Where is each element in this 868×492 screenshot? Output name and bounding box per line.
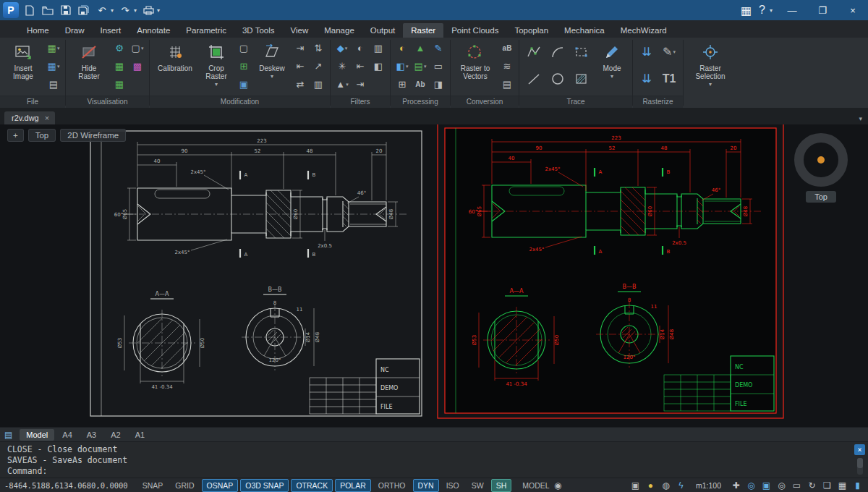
document-tab-close-icon[interactable]: × <box>45 114 49 122</box>
crop-add-icon[interactable]: ⊞ <box>235 58 252 75</box>
view-cube-ring[interactable] <box>794 133 848 187</box>
close-button[interactable]: × <box>838 0 868 20</box>
document-tab-r2v[interactable]: r2v.dwg × <box>4 111 55 124</box>
visual-style-button[interactable]: 2D Wireframe <box>60 129 126 142</box>
layout-tab-a4[interactable]: A4 <box>56 429 78 441</box>
redo-dropdown[interactable]: ▾ <box>134 7 137 14</box>
vector-cleanup-icon[interactable]: ≋ <box>498 58 516 75</box>
eraser-icon[interactable]: ▭ <box>430 58 447 75</box>
tab-view[interactable]: View <box>283 23 317 38</box>
select-area-icon[interactable]: ▢ <box>235 40 252 56</box>
view-cube[interactable]: Top <box>793 133 849 203</box>
toggle-grid[interactable]: GRID <box>170 479 199 492</box>
full-screen-icon[interactable]: ▭ <box>791 480 803 491</box>
tab-mechanica[interactable]: Mechanica <box>556 23 613 38</box>
raster-preview-icon[interactable]: ▦ <box>111 76 128 93</box>
undo-button[interactable]: ↶ <box>95 4 109 17</box>
tab-3d-tools[interactable]: 3D Tools <box>234 23 283 38</box>
binarization-icon[interactable]: ◨ <box>430 76 447 93</box>
help-button[interactable]: ? <box>759 4 765 17</box>
undo-dropdown[interactable]: ▾ <box>111 7 114 14</box>
trace-line-button[interactable] <box>522 67 545 91</box>
crop-raster-button[interactable]: Crop Raster ▾ <box>199 40 234 95</box>
trace-mode-button[interactable]: Mode ▾ <box>595 40 629 95</box>
model-viewport[interactable]: 223 90 52 48 20 40 2x45° 46° 2x0.5 2x45° <box>0 124 868 427</box>
command-prompt[interactable]: Command: <box>7 466 849 477</box>
zoom-previous-icon[interactable]: ◎ <box>775 480 788 491</box>
command-scrollbar-thumb[interactable] <box>857 458 863 468</box>
tab-home[interactable]: Home <box>19 23 57 38</box>
tab-insert[interactable]: Insert <box>93 23 129 38</box>
qat-dropdown[interactable]: ▾ <box>157 7 160 14</box>
tab-topoplan[interactable]: Topoplan <box>506 23 556 38</box>
zoom-realtime-icon[interactable]: ◎ <box>745 480 757 491</box>
insert-image-button[interactable]: Insert Image <box>3 40 43 95</box>
grid-correction-icon[interactable]: ⊞ <box>393 76 411 93</box>
raster-palette-icon[interactable]: ▩ <box>129 58 146 75</box>
new-file-button[interactable] <box>23 4 36 17</box>
graphics-performance-icon[interactable]: ϟ <box>675 480 687 491</box>
layout-tab-a1[interactable]: A1 <box>129 429 151 441</box>
tab-annotate[interactable]: Annotate <box>129 23 178 38</box>
annotation-scale[interactable]: m1:100 <box>696 481 721 490</box>
histogram-icon[interactable]: ▥ <box>370 40 387 56</box>
tab-output[interactable]: Output <box>362 23 404 38</box>
toggle-dyn[interactable]: DYN <box>413 479 439 492</box>
help-dropdown[interactable]: ▾ <box>770 7 773 14</box>
text-recognition-icon[interactable]: aB <box>498 40 516 56</box>
tab-mechwizard[interactable]: MechWizard <box>613 23 675 38</box>
panels-button[interactable]: ▦ <box>741 4 752 17</box>
lock-ui-icon[interactable]: ◍ <box>660 480 672 491</box>
image-adjust-icon[interactable]: ▦ ▾ <box>45 40 62 56</box>
drawing-canvas[interactable]: 223 90 52 48 20 40 2x45° 46° 2x0.5 2x45° <box>0 124 868 427</box>
tab-point-clouds[interactable]: Point Clouds <box>443 23 506 38</box>
trace-contour-button[interactable] <box>570 40 593 64</box>
view-name-button[interactable]: Top <box>28 129 56 142</box>
contrast-icon[interactable]: ◐ <box>393 40 411 56</box>
trace-hatch-button[interactable] <box>570 67 593 91</box>
print-button[interactable] <box>142 4 155 17</box>
merge-rasters-icon[interactable]: ⇥ <box>292 40 309 56</box>
selection-cycling-icon[interactable]: ▣ <box>629 480 642 491</box>
document-list-dropdown[interactable]: ▾ <box>859 115 862 122</box>
trace-polyline-button[interactable] <box>522 40 545 64</box>
trace-circle-button[interactable] <box>546 67 569 91</box>
text-to-raster-icon[interactable]: T1 <box>658 67 680 91</box>
trace-arc-button[interactable] <box>546 40 569 64</box>
thin-lines-icon[interactable]: ⇤ <box>352 58 369 75</box>
view-cube-label[interactable]: Top <box>806 191 836 203</box>
redo-button[interactable]: ↷ <box>119 4 132 17</box>
scale-raster-icon[interactable]: ↗ <box>310 58 327 75</box>
zoom-window-icon[interactable]: ▣ <box>760 480 773 491</box>
command-scrollbar[interactable] <box>857 458 863 475</box>
show-raster-icon[interactable]: ▦ <box>111 58 128 75</box>
mirror-vertical-icon[interactable]: ⇅ <box>310 40 327 56</box>
columns-icon[interactable]: ▥ <box>310 76 327 93</box>
save-button[interactable] <box>59 4 72 17</box>
rasterize-selection-icon[interactable]: ⇊ <box>636 67 658 91</box>
threshold-icon[interactable]: ◧ <box>370 58 387 75</box>
raster-to-vectors-button[interactable]: Raster to Vectors <box>454 40 497 95</box>
color-range-icon[interactable]: ◧ ▾ <box>393 58 411 75</box>
toggle-ortho[interactable]: ORTHO <box>373 479 411 492</box>
raster-frame-icon[interactable]: ▢ ▾ <box>129 40 146 56</box>
mirror-horizontal-icon[interactable]: ⇄ <box>292 76 309 93</box>
hide-raster-button[interactable]: Hide Raster <box>69 40 109 95</box>
minimize-button[interactable]: — <box>777 0 807 20</box>
toggle-iso[interactable]: ISO <box>441 479 464 492</box>
maximize-button[interactable]: ❐ <box>807 0 838 20</box>
layout-tab-a2[interactable]: A2 <box>104 429 127 441</box>
image-stack-icon[interactable]: ▤ <box>45 76 62 93</box>
raster-selection-button[interactable]: Raster Selection ▾ <box>686 40 734 95</box>
layout-tab-a3[interactable]: A3 <box>80 429 103 441</box>
rasterize-pen-icon[interactable]: ✎ ▾ <box>658 40 680 64</box>
toggle-sw[interactable]: SW <box>467 479 489 492</box>
smooth-filter-icon[interactable]: ◆ ▾ <box>333 40 351 56</box>
ocr-icon[interactable]: Ab <box>412 76 429 93</box>
open-file-button[interactable] <box>41 4 54 17</box>
lightbulb-icon[interactable]: ● <box>644 480 657 491</box>
image-frame-icon[interactable]: ▦ ▾ <box>45 58 62 75</box>
invert-filter-icon[interactable]: ◐ <box>352 40 369 56</box>
raster-image-view[interactable] <box>83 124 429 421</box>
calibration-button[interactable]: Calibration <box>153 40 197 95</box>
